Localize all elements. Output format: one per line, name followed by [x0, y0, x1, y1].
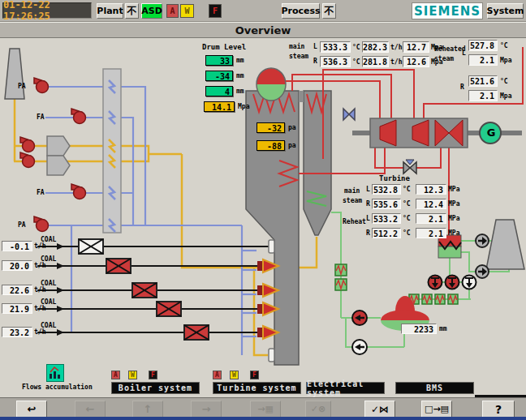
drum-level-value-3: 4: [205, 86, 233, 96]
system-button[interactable]: System: [487, 3, 524, 19]
deaerator-level-unit: mm: [439, 325, 447, 332]
furnace-pressure-value-1: -32: [257, 122, 285, 133]
feedwater-pump-2-icon: [352, 340, 367, 354]
main-steam-side-r: R: [313, 58, 317, 65]
coal-mill-3: [132, 283, 157, 298]
furnace-pressure-unit-1: pa: [288, 124, 296, 131]
acknowledge-button[interactable]: ✓⋈: [364, 401, 395, 418]
turbine-alarm-w[interactable]: W: [230, 371, 239, 379]
deaerator-level-value: 2233: [401, 324, 437, 334]
turbine-reheat-r-temp: 512.2: [372, 228, 401, 238]
up-page-button[interactable]: ↑: [132, 401, 163, 418]
main-steam-l-flow-unit: t/h: [390, 44, 402, 51]
process-button[interactable]: Process: [282, 3, 320, 19]
condensate-pump-3-icon: [463, 276, 476, 289]
turbine-main-r-temp-unit: °C: [403, 200, 411, 208]
reheated-side-r: R: [460, 84, 464, 91]
reheated-steam-label-2: steam: [434, 55, 454, 62]
drum-level-value-1: 33: [205, 55, 233, 66]
backpass-body: [304, 91, 331, 235]
cooling-tower: [486, 220, 524, 269]
main-steam-side-l: L: [313, 43, 317, 50]
hp-heater-2: [335, 279, 347, 290]
main-steam-l-temp-unit: °C: [352, 44, 360, 51]
alarm-f-indicator[interactable]: F: [209, 4, 222, 18]
turbine-label: Turbine: [379, 174, 410, 182]
turbine-row2-side: R: [366, 200, 370, 208]
asd-button[interactable]: ASD: [141, 3, 162, 19]
prev-page-button[interactable]: ←: [75, 401, 106, 418]
pa-fan-top-icon: [34, 78, 49, 93]
turbine-main-r-temp: 535.6: [372, 199, 401, 209]
turbine-reheat-l-temp: 533.2: [372, 213, 401, 224]
turbine-main-r-press: 12.4: [416, 199, 446, 209]
title-bar: Overview: [0, 22, 526, 38]
next-page-button[interactable]: →: [191, 401, 222, 418]
ack-disabled-button[interactable]: ✓⊗: [305, 401, 331, 418]
turbine-row1-side: L: [366, 186, 370, 193]
coal-line-label-5: COAL: [41, 322, 56, 329]
help-button[interactable]: ?: [482, 401, 515, 418]
boiler-system-button[interactable]: Boiler system: [111, 382, 200, 394]
alarm-w-indicator[interactable]: W: [180, 4, 194, 18]
reheated-l-press: 2.1: [468, 54, 498, 66]
coal-flow-value-1: -0.1: [2, 241, 32, 251]
lp-heater-4: [448, 294, 458, 304]
main-steam-r-press: 12.6: [403, 56, 429, 67]
main-steam-r-flow-unit: t/h: [390, 58, 402, 66]
bottom-toolbar: ↩ ← ↑ → →▦ ✓⊗ ✓⋈ □→▤ ?: [0, 397, 526, 418]
plant-nav-button[interactable]: 不: [125, 3, 139, 19]
coal-mill-5: [184, 325, 209, 340]
main-steam-r-temp-unit: °C: [352, 58, 360, 66]
turbine-alarm-f[interactable]: F: [250, 371, 259, 379]
print-button[interactable]: □→▤: [421, 401, 452, 418]
turbine-reheat-l-temp-unit: °C: [403, 215, 411, 222]
boiler-alarm-w[interactable]: W: [128, 371, 137, 379]
window-bottom-frame: [0, 417, 526, 420]
lp-heater-3: [435, 294, 445, 304]
electrical-system-button[interactable]: Electrical system: [306, 382, 385, 394]
condensate-pump-2-icon: [446, 276, 459, 289]
air-heater-baskets: [47, 136, 70, 175]
turbine-reheat-r-press: 2.1: [416, 228, 446, 238]
steam-drum: [257, 68, 286, 101]
fa-fan-bottom-icon: [71, 184, 86, 199]
turbine-main-l-temp-unit: °C: [403, 186, 411, 193]
main-steam-label-1: main: [289, 43, 304, 50]
mimic-diagram: [0, 0, 526, 420]
turbine-row3-side: L: [366, 215, 370, 222]
bms-button[interactable]: BMS: [395, 382, 474, 394]
burner-nozzle-2: [269, 349, 274, 362]
gr-fan-1-icon: [20, 137, 35, 152]
generator-label: G: [485, 126, 497, 139]
drum-level-unit-3: mm: [236, 88, 244, 95]
feedwater-pump-1-icon: [352, 311, 367, 325]
boiler: [246, 68, 331, 365]
turbine-alarm-a[interactable]: A: [213, 371, 222, 379]
drum-level-unit-1: mm: [236, 57, 244, 64]
reheated-l-temp-unit: °C: [500, 42, 508, 49]
turbine-system-button[interactable]: Turbine system: [213, 382, 301, 394]
drum-level-label: Drum Level: [202, 43, 246, 51]
coal-flow-value-2: 20.0: [2, 260, 32, 271]
alarm-a-indicator[interactable]: A: [166, 4, 179, 18]
fa-fan-top-label: FA: [37, 114, 45, 121]
reheated-side-l: L: [462, 49, 466, 57]
reheated-r-temp: 521.6: [468, 75, 498, 87]
steam-valve-icon: [403, 160, 416, 174]
back-button[interactable]: ↩: [16, 401, 47, 418]
turbine-reheat-l-press: 2.1: [416, 213, 446, 224]
air-pipes: [45, 87, 257, 355]
drum-pressure-value: 14.1: [204, 101, 235, 112]
reheated-l-temp: 527.8: [468, 40, 498, 51]
assign-display-button[interactable]: →▦: [250, 401, 281, 418]
turbine-main-l-press-unit: MPa: [448, 186, 459, 193]
boiler-alarm-a[interactable]: A: [111, 371, 120, 379]
process-nav-button[interactable]: 不: [322, 3, 336, 19]
plant-button[interactable]: Plant: [97, 3, 123, 19]
flows-accumulation-icon[interactable]: [46, 364, 64, 382]
turbine-main-label-2: steam: [343, 197, 362, 204]
boiler-alarm-f[interactable]: F: [149, 371, 157, 379]
coal-flow-value-5: 23.2: [2, 327, 32, 337]
main-steam-r-temp: 536.3: [320, 56, 351, 67]
